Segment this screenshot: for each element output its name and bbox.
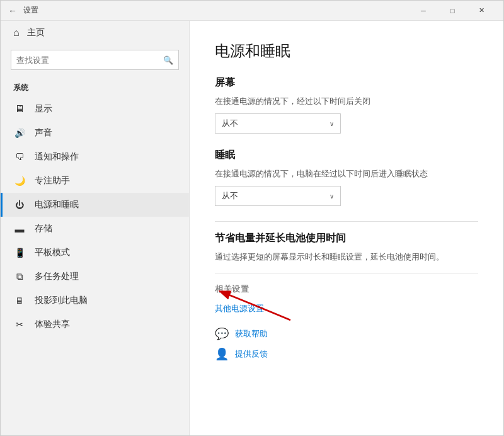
sidebar-section-label: 系统 (1, 75, 189, 97)
help-label: 获取帮助 (235, 328, 268, 340)
window-title: 设置 (23, 5, 38, 16)
sleep-desc: 在接通电源的情况下，电脑在经过以下时间后进入睡眠状态 (215, 168, 478, 180)
sidebar-item-sound-label: 声音 (35, 127, 52, 139)
sidebar-item-sound[interactable]: 🔊 声音 (1, 121, 189, 145)
notification-icon: 🗨 (13, 152, 26, 162)
sidebar-item-storage-label: 存储 (35, 223, 52, 234)
back-icon[interactable]: ← (8, 6, 17, 16)
sidebar-item-focus[interactable]: 🌙 专注助手 (1, 169, 189, 193)
sidebar-item-share-label: 体验共享 (35, 319, 70, 330)
other-power-settings-link[interactable]: 其他电源设置 (215, 303, 264, 314)
power-icon: ⏻ (13, 200, 26, 210)
title-bar-left: ← 设置 (8, 5, 409, 16)
divider-1 (215, 221, 478, 222)
sidebar-item-power[interactable]: ⏻ 电源和睡眠 (1, 193, 189, 217)
screen-heading: 屏幕 (215, 76, 478, 89)
sidebar-home[interactable]: ⌂ 主页 (1, 21, 189, 45)
page-title: 电源和睡眠 (215, 41, 478, 61)
feedback-icon: 👤 (215, 347, 229, 361)
divider-2 (215, 273, 478, 273)
sidebar-item-display[interactable]: 🖥 显示 (1, 97, 189, 121)
sidebar-item-notification[interactable]: 🗨 通知和操作 (1, 145, 189, 169)
display-icon: 🖥 (13, 103, 26, 115)
sleep-heading: 睡眠 (215, 149, 478, 162)
maximize-button[interactable]: □ (438, 1, 467, 21)
storage-icon: ▬ (13, 224, 26, 234)
settings-window: ← 设置 ─ □ ✕ ⌂ 主页 🔍 系统 🖥 (0, 0, 504, 436)
help-icon: 💬 (215, 327, 229, 341)
multitask-icon: ⧉ (13, 271, 26, 282)
sidebar-item-tablet-label: 平板模式 (35, 247, 70, 258)
sidebar-item-share[interactable]: ✂ 体验共享 (1, 313, 189, 336)
sidebar-item-focus-label: 专注助手 (35, 175, 70, 186)
search-button[interactable]: 🔍 (163, 55, 173, 65)
related-section-title: 相关设置 (215, 284, 478, 295)
home-label: 主页 (27, 27, 45, 38)
sidebar: ⌂ 主页 🔍 系统 🖥 显示 🔊 声音 🗨 通知和操作 (1, 21, 190, 435)
screen-dropdown-arrow: ∨ (329, 120, 334, 127)
battery-heading: 节省电量并延长电池使用时间 (215, 232, 478, 245)
right-panel: 电源和睡眠 屏幕 在接通电源的情况下，经过以下时间后关闭 从不 ∨ 睡眠 在接通… (190, 21, 503, 435)
sidebar-item-power-label: 电源和睡眠 (35, 199, 79, 210)
sidebar-item-multitask[interactable]: ⧉ 多任务处理 (1, 265, 189, 289)
sleep-dropdown-wrapper: 从不 ∨ (215, 186, 478, 206)
sidebar-item-tablet[interactable]: 📱 平板模式 (1, 241, 189, 265)
tablet-icon: 📱 (13, 248, 26, 258)
help-item[interactable]: 💬 获取帮助 (215, 327, 478, 341)
focus-icon: 🌙 (13, 176, 26, 186)
main-content: ⌂ 主页 🔍 系统 🖥 显示 🔊 声音 🗨 通知和操作 (1, 21, 503, 435)
battery-desc: 通过选择更短的屏幕显示时长和睡眠设置，延长电池使用时间。 (215, 251, 478, 263)
search-box: 🔍 (11, 50, 179, 70)
sidebar-item-storage[interactable]: ▬ 存储 (1, 217, 189, 241)
sidebar-item-notification-label: 通知和操作 (35, 151, 79, 163)
minimize-button[interactable]: ─ (409, 1, 438, 21)
sidebar-item-project[interactable]: 🖥 投影到此电脑 (1, 289, 189, 313)
close-button[interactable]: ✕ (467, 1, 496, 21)
feedback-label: 提供反馈 (235, 348, 268, 360)
sleep-dropdown-arrow: ∨ (329, 193, 334, 200)
screen-desc: 在接通电源的情况下，经过以下时间后关闭 (215, 96, 478, 107)
home-icon: ⌂ (13, 27, 20, 38)
sidebar-item-multitask-label: 多任务处理 (35, 271, 79, 282)
feedback-item[interactable]: 👤 提供反馈 (215, 347, 478, 361)
sound-icon: 🔊 (13, 128, 26, 138)
search-input[interactable] (16, 55, 163, 65)
screen-dropdown-wrapper: 从不 ∨ (215, 113, 478, 134)
sidebar-item-project-label: 投影到此电脑 (35, 295, 88, 306)
screen-dropdown-value: 从不 (222, 118, 238, 129)
window-controls: ─ □ ✕ (409, 1, 496, 21)
share-icon: ✂ (13, 319, 26, 330)
sleep-dropdown[interactable]: 从不 ∨ (215, 186, 341, 206)
project-icon: 🖥 (13, 295, 26, 306)
sidebar-item-display-label: 显示 (35, 103, 52, 115)
screen-dropdown[interactable]: 从不 ∨ (215, 113, 341, 134)
related-link-wrapper: 其他电源设置 (215, 302, 478, 322)
sleep-dropdown-value: 从不 (222, 190, 238, 202)
title-bar: ← 设置 ─ □ ✕ (1, 1, 503, 21)
